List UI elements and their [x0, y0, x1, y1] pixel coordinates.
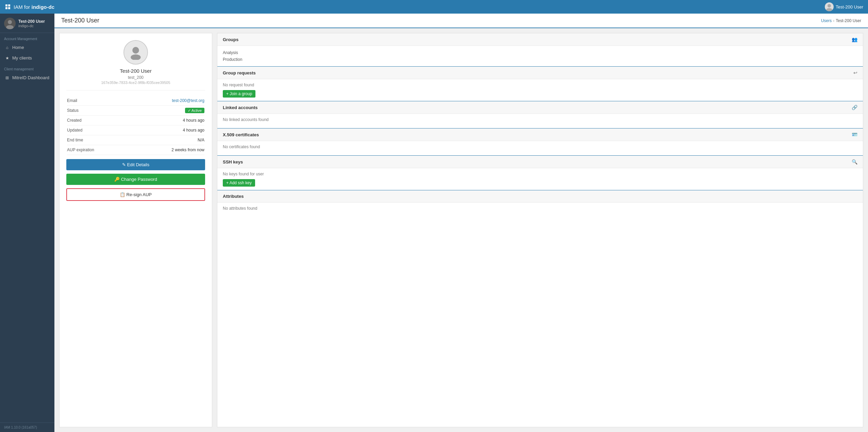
certificates-title: X.509 certificates — [223, 132, 259, 137]
linked-accounts-empty: No linked accounts found — [223, 117, 857, 122]
linked-accounts-body: No linked accounts found — [217, 114, 863, 128]
sidebar-mitreid-label: MitreID Dashboard — [12, 75, 49, 80]
home-icon: ⌂ — [5, 45, 10, 50]
aup-value: 2 weeks from now — [104, 148, 204, 152]
certificates-section: X.509 certificates 🪪 No certificates fou… — [217, 128, 863, 156]
svg-point-9 — [131, 54, 140, 60]
profile-name: Test-200 User — [120, 68, 151, 74]
resign-aup-button[interactable]: 📋 Re-sign AUP — [66, 188, 205, 201]
email-label: Email — [67, 98, 104, 103]
profile-info-table: Email test-200@test.org Status ✓ Active … — [66, 95, 205, 156]
right-panel: Groups 👥 Analysis Production Group reque… — [217, 33, 863, 427]
breadcrumb-separator: › — [833, 18, 834, 23]
status-label: Status — [67, 108, 104, 113]
breadcrumb-current: Test-200 User — [836, 18, 861, 23]
info-row-status: Status ✓ Active — [67, 106, 204, 116]
topnav-right: Test-200 User — [825, 2, 863, 11]
clients-icon: ★ — [5, 56, 10, 61]
topnav-avatar — [825, 2, 834, 11]
ssh-keys-section: SSH keys 🔍 No keys found for user + Add … — [217, 156, 863, 190]
sidebar-myclients-label: My clients — [12, 55, 32, 61]
profile-uuid: 167e359e-7833-4ce2-9f8b-f035cee39505 — [101, 81, 170, 85]
certificates-empty: No certificates found — [223, 144, 857, 149]
mitreid-icon: ⊞ — [5, 75, 10, 80]
attributes-header: Attributes — [217, 190, 863, 203]
svg-rect-2 — [5, 7, 7, 9]
svg-point-8 — [132, 47, 139, 54]
created-value: 4 hours ago — [104, 118, 204, 123]
group-requests-body: No request found + Join a group — [217, 79, 863, 101]
groups-title: Groups — [223, 37, 238, 42]
edit-details-button[interactable]: ✎ Edit Details — [66, 159, 205, 170]
aup-label: AUP expiration — [67, 148, 104, 152]
attributes-section: Attributes No attributes found — [217, 190, 863, 217]
attributes-empty: No attributes found — [223, 206, 857, 211]
sidebar-section-account-label: Account Management — [0, 33, 54, 42]
sidebar-footer: IAM 1.10.0 (161a057) — [0, 422, 54, 432]
created-label: Created — [67, 118, 104, 123]
updated-value: 4 hours ago — [104, 128, 204, 133]
breadcrumb-users-link[interactable]: Users — [821, 18, 832, 23]
page-header: Test-200 User Users › Test-200 User — [54, 14, 868, 28]
linked-accounts-section: Linked accounts 🔗 No linked accounts fou… — [217, 101, 863, 128]
group-item-production: Production — [223, 56, 857, 63]
endtime-value: N/A — [104, 138, 204, 142]
info-row-aup: AUP expiration 2 weeks from now — [67, 145, 204, 155]
sidebar-item-myclients[interactable]: ★ My clients — [0, 53, 54, 63]
attributes-title: Attributes — [223, 194, 244, 199]
svg-rect-3 — [8, 7, 10, 9]
ssh-keys-title: SSH keys — [223, 159, 243, 165]
breadcrumb: Users › Test-200 User — [821, 18, 861, 23]
sidebar: Test-200 User indigo-dc Account Manageme… — [0, 14, 54, 432]
svg-point-4 — [828, 4, 831, 7]
profile-handle: test_200 — [128, 75, 144, 80]
svg-point-5 — [826, 8, 832, 11]
sidebar-avatar-icon — [4, 18, 16, 29]
join-group-button[interactable]: + Join a group — [223, 90, 255, 98]
group-requests-header: Group requests ↩ — [217, 67, 863, 79]
group-requests-icon: ↩ — [853, 70, 857, 75]
groups-section: Groups 👥 Analysis Production — [217, 33, 863, 67]
groups-body: Analysis Production — [217, 46, 863, 66]
group-item-analysis: Analysis — [223, 49, 857, 56]
svg-rect-1 — [8, 4, 10, 6]
svg-rect-0 — [5, 4, 7, 6]
attributes-body: No attributes found — [217, 203, 863, 217]
groups-icon: 👥 — [852, 37, 857, 42]
certificates-icon: 🪪 — [852, 132, 857, 137]
profile-section: Test-200 User test_200 167e359e-7833-4ce… — [66, 40, 205, 90]
ssh-keys-empty: No keys found for user — [223, 172, 857, 176]
updated-label: Updated — [67, 128, 104, 133]
group-requests-empty: No request found — [223, 83, 857, 87]
svg-point-6 — [8, 20, 12, 24]
linked-accounts-icon: 🔗 — [852, 105, 857, 110]
info-row-updated: Updated 4 hours ago — [67, 125, 204, 135]
app-logo-icon — [5, 4, 11, 10]
topnav: IAM for indigo-dc Test-200 User — [0, 0, 868, 14]
sidebar-section-client-label: Client management — [0, 63, 54, 72]
group-requests-title: Group requests — [223, 70, 256, 75]
info-row-created: Created 4 hours ago — [67, 116, 204, 125]
status-badge: ✓ Active — [185, 108, 204, 113]
topnav-username: Test-200 User — [836, 4, 863, 10]
profile-avatar-icon — [123, 40, 148, 65]
change-password-button[interactable]: 🔑 Change Password — [66, 174, 205, 185]
add-ssh-key-button[interactable]: + Add ssh key — [223, 179, 255, 187]
left-panel: Test-200 User test_200 167e359e-7833-4ce… — [59, 33, 212, 427]
ssh-keys-header: SSH keys 🔍 — [217, 156, 863, 168]
info-row-email: Email test-200@test.org — [67, 96, 204, 106]
email-link[interactable]: test-200@test.org — [172, 98, 204, 103]
ssh-keys-icon: 🔍 — [852, 159, 857, 165]
sidebar-user-info: Test-200 User indigo-dc — [18, 19, 45, 28]
status-value: ✓ Active — [104, 108, 204, 113]
info-row-endtime: End time N/A — [67, 135, 204, 145]
sidebar-version: IAM 1.10.0 (161a057) — [4, 426, 37, 429]
page-title: Test-200 User — [61, 17, 99, 24]
sidebar-item-mitreid[interactable]: ⊞ MitreID Dashboard — [0, 72, 54, 83]
content-area: Test-200 User test_200 167e359e-7833-4ce… — [54, 28, 868, 432]
sidebar-username: Test-200 User — [18, 19, 45, 24]
sidebar-item-home[interactable]: ⌂ Home — [0, 42, 54, 53]
ssh-keys-body: No keys found for user + Add ssh key — [217, 168, 863, 190]
endtime-label: End time — [67, 138, 104, 142]
email-value: test-200@test.org — [104, 98, 204, 103]
